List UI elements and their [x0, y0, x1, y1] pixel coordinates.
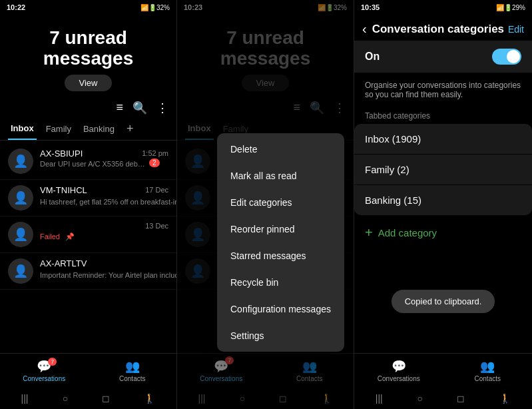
- sys-back-1[interactable]: |||: [21, 393, 29, 404]
- message-item[interactable]: 👤 AX-ARTLTV Important Reminder: Your Air…: [0, 253, 176, 290]
- nav-badge-1: 7: [48, 358, 57, 366]
- msg-sender: VM-TNIHCL: [40, 185, 87, 195]
- msg-pin-icon: 📌: [65, 232, 75, 240]
- nav-conversations-3[interactable]: 💬 Conversations: [354, 354, 443, 388]
- menu-edit-categories[interactable]: Edit categories: [217, 189, 344, 216]
- sys-home-3[interactable]: ○: [417, 393, 422, 404]
- bottom-nav-1: 💬 Conversations 7 👥 Contacts: [0, 353, 176, 388]
- contacts-icon-3: 👥: [480, 359, 495, 374]
- tab-banking-1[interactable]: Banking: [81, 119, 117, 139]
- msg-content: VM-TNIHCL 17 Dec Hi tashreef, get flat 2…: [40, 185, 168, 207]
- tab-inbox-1[interactable]: Inbox: [8, 118, 37, 140]
- more-icon-1[interactable]: ⋮: [156, 101, 168, 115]
- status-time-1: 10:22: [7, 3, 25, 11]
- msg-preview: Hi tashreef, get flat 25% off on breakfa…: [40, 198, 176, 206]
- nav-conversations-label-3: Conversations: [378, 375, 420, 382]
- nav-conversations-label-1: Conversations: [23, 375, 65, 382]
- context-menu-2: Delete Mark all as read Edit categories …: [217, 133, 344, 352]
- add-category-button-3[interactable]: + Add category: [354, 216, 532, 250]
- msg-time: 1:52 pm: [142, 149, 168, 157]
- menu-reorder-pinned[interactable]: Reorder pinned: [217, 216, 344, 242]
- avatar: 👤: [8, 149, 33, 174]
- toast-3: Copied to clipboard.: [392, 290, 495, 313]
- status-bar-3: 10:35 📶🔋29%: [354, 0, 532, 15]
- nav-contacts-label-1: Contacts: [119, 375, 145, 382]
- avatar: 👤: [8, 185, 33, 210]
- tab-add-1[interactable]: +: [127, 122, 134, 136]
- msg-badge: 2: [149, 159, 160, 167]
- message-list-1: 👤 AX-SBIUPI 1:52 pm Dear UPI user A/C X5…: [0, 141, 176, 353]
- nav-contacts-3[interactable]: 👥 Contacts: [443, 354, 533, 388]
- avatar: 👤: [8, 258, 33, 284]
- msg-content: 13 Dec Failed 📌: [40, 222, 168, 242]
- msg-content: AX-ARTLTV Important Reminder: Your Airte…: [40, 258, 168, 280]
- menu-recycle-bin[interactable]: Recycle bin: [217, 269, 344, 296]
- chat-icon-3: 💬: [392, 359, 406, 374]
- status-time-3: 10:35: [361, 3, 380, 11]
- back-button-3[interactable]: ‹: [362, 21, 367, 37]
- sys-accessibility-3[interactable]: 🚶: [499, 393, 511, 404]
- avatar: 👤: [8, 222, 33, 247]
- nav-contacts-1[interactable]: 👥 Contacts: [89, 354, 177, 388]
- sys-home-1[interactable]: ○: [63, 393, 68, 404]
- status-right-3: 📶🔋29%: [496, 4, 525, 11]
- msg-preview: Important Reminder: Your Airtel plan inc…: [40, 271, 176, 279]
- filter-icon-1[interactable]: ≡: [116, 101, 123, 115]
- menu-starred-messages[interactable]: Starred messages: [217, 242, 344, 269]
- settings-description-3: Organise your conversations into categor…: [354, 74, 532, 106]
- sys-recents-1[interactable]: ◻: [102, 393, 110, 404]
- msg-header: AX-SBIUPI 1:52 pm: [40, 149, 168, 159]
- toggle-row-3: On: [354, 41, 532, 73]
- status-bar-1: 10:22 📶🔋32%: [0, 0, 176, 15]
- toggle-label-3: On: [365, 51, 380, 63]
- message-item[interactable]: 👤 VM-TNIHCL 17 Dec Hi tashreef, get flat…: [0, 180, 176, 216]
- msg-header: VM-TNIHCL 17 Dec: [40, 185, 168, 195]
- msg-time: 13 Dec: [145, 222, 168, 230]
- msg-sender: AX-ARTLTV: [40, 258, 87, 268]
- status-icons-1: 📶🔋32%: [140, 4, 170, 11]
- panel-1: 10:22 📶🔋32% 7 unread messages View ≡ 🔍 ⋮…: [0, 0, 177, 409]
- menu-settings[interactable]: Settings: [217, 322, 344, 349]
- message-item[interactable]: 👤 AX-SBIUPI 1:52 pm Dear UPI user A/C X5…: [0, 143, 176, 180]
- bottom-nav-3: 💬 Conversations 👥 Contacts: [354, 353, 532, 388]
- toggle-switch-3[interactable]: [492, 49, 521, 65]
- message-item[interactable]: 👤 13 Dec Failed 📌: [0, 216, 176, 253]
- msg-content: AX-SBIUPI 1:52 pm Dear UPI user A/C X535…: [40, 149, 168, 168]
- nav-contacts-label-3: Contacts: [475, 375, 501, 382]
- msg-time: 17 Dec: [145, 186, 168, 194]
- category-inbox-3[interactable]: Inbox (1909): [354, 124, 532, 154]
- msg-header: 13 Dec: [40, 222, 168, 230]
- menu-delete[interactable]: Delete: [217, 136, 344, 163]
- section-label-3: Tabbed categories: [354, 106, 532, 123]
- menu-configuration-messages[interactable]: Configuration messages: [217, 296, 344, 322]
- edit-button-3[interactable]: Edit: [508, 24, 524, 35]
- add-icon-3: +: [365, 225, 373, 240]
- sys-accessibility-1[interactable]: 🚶: [144, 393, 155, 404]
- category-banking-3[interactable]: Banking (15): [354, 185, 532, 215]
- msg-failed-status: Failed: [40, 232, 60, 240]
- sys-recents-3[interactable]: ◻: [457, 393, 465, 404]
- categories-list-3: Inbox (1909) Family (2) Banking (15): [354, 123, 532, 216]
- unread-banner-1: 7 unread messages View: [0, 15, 176, 98]
- msg-sender: AX-SBIUPI: [40, 149, 83, 159]
- nav-conversations-1[interactable]: 💬 Conversations 7: [0, 354, 89, 388]
- tab-bar-1: Inbox Family Banking +: [0, 118, 176, 141]
- status-icons-3: 📶🔋29%: [496, 4, 525, 11]
- settings-title-3: Conversation categories: [372, 23, 508, 36]
- msg-preview: Dear UPI user A/C X5356 debited trf to .…: [40, 160, 146, 168]
- toolbar-1: ≡ 🔍 ⋮: [0, 98, 176, 118]
- unread-count-1: 7 unread messages: [11, 28, 166, 69]
- toggle-knob-3: [507, 50, 520, 63]
- sys-nav-1: ||| ○ ◻ 🚶: [0, 388, 176, 409]
- sys-nav-3: ||| ○ ◻ 🚶: [354, 388, 532, 409]
- category-family-3[interactable]: Family (2): [354, 155, 532, 185]
- sys-back-3[interactable]: |||: [376, 393, 383, 404]
- search-icon-1[interactable]: 🔍: [133, 101, 147, 115]
- menu-mark-read[interactable]: Mark all as read: [217, 163, 344, 189]
- contacts-icon-1: 👥: [125, 359, 140, 374]
- view-button-1[interactable]: View: [65, 75, 113, 91]
- panel-2: 10:23 📶🔋32% 7 unread messages View ≡ 🔍 ⋮…: [177, 0, 354, 409]
- tab-family-1[interactable]: Family: [43, 119, 74, 139]
- add-category-label-3: Add category: [378, 227, 437, 238]
- settings-header-3: ‹ Conversation categories Edit: [354, 15, 532, 41]
